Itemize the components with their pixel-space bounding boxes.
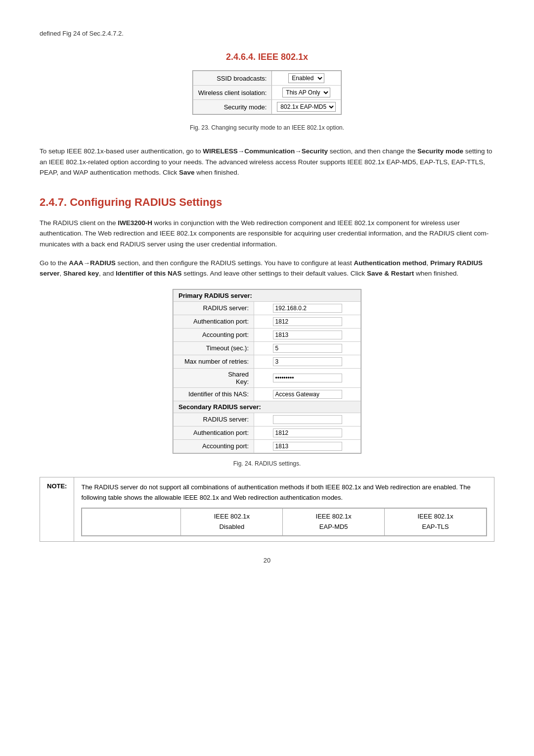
table-row: Accounting port: — [174, 328, 361, 341]
sec-acct-port-value — [254, 439, 361, 453]
table-row: Shared Key: — [174, 368, 361, 387]
sec-acct-port-label: Accounting port: — [174, 439, 254, 453]
timeout-label: Timeout (sec.): — [174, 341, 254, 355]
security-mode-label: Security mode: — [193, 100, 272, 114]
sec-auth-port-input[interactable] — [273, 428, 342, 437]
radius-section: 2.4.7. Configuring RADIUS Settings The R… — [40, 196, 494, 467]
sec-auth-port-value — [254, 426, 361, 439]
table-row: Accounting port: — [174, 439, 361, 453]
security-mode-value: 802.1x EAP-MD5 — [272, 100, 341, 114]
acct-port-value — [254, 328, 361, 341]
radius-server-value — [254, 301, 361, 315]
shared-key-label: Shared Key: — [174, 368, 254, 387]
radius-table-wrapper: Primary RADIUS server: RADIUS server: Au… — [40, 289, 494, 455]
note-sub-table: IEEE 802.1xDisabled IEEE 802.1xEAP-MD5 I… — [82, 508, 487, 536]
note-col-ieee-disabled: IEEE 802.1xDisabled — [181, 509, 283, 536]
primary-header-row: Primary RADIUS server: — [174, 289, 361, 301]
table-row: Authentication port: — [174, 315, 361, 328]
ieee-table-wrapper: SSID broadcasts: Enabled Disabled Wirele… — [192, 70, 342, 115]
ieee-heading: 2.4.6.4. IEEE 802.1x — [40, 52, 494, 62]
timeout-input[interactable] — [273, 344, 342, 353]
radius-server-input[interactable] — [273, 304, 342, 313]
isolation-value: This AP Only — [272, 86, 341, 100]
timeout-value — [254, 341, 361, 355]
note-col-ieee-eaptls: IEEE 802.1xEAP-TLS — [385, 509, 487, 536]
note-text: The RADIUS server do not support all com… — [81, 482, 487, 503]
sec-auth-port-label: Authentication port: — [174, 426, 254, 439]
ieee-body-text: To setup IEEE 802.1x-based user authenti… — [40, 146, 494, 178]
auth-port-label: Authentication port: — [174, 315, 254, 328]
note-col-ieee-eapmd5: IEEE 802.1xEAP-MD5 — [283, 509, 385, 536]
sec-radius-server-value — [254, 413, 361, 426]
note-label: NOTE: — [40, 477, 74, 541]
security-mode-select[interactable]: 802.1x EAP-MD5 — [277, 102, 336, 112]
sec-radius-server-label: RADIUS server: — [174, 413, 254, 426]
radius-settings-table: Primary RADIUS server: RADIUS server: Au… — [173, 289, 361, 454]
note-content: The RADIUS server do not support all com… — [74, 477, 494, 541]
radius-body-text-1: The RADIUS client on the IWE3200-H works… — [40, 218, 494, 250]
ieee-section: 2.4.6.4. IEEE 802.1x SSID broadcasts: En… — [40, 52, 494, 131]
table-row: SSID broadcasts: Enabled Disabled — [193, 71, 341, 86]
sec-acct-port-input[interactable] — [273, 442, 342, 451]
secondary-header-row: Secondary RADIUS server: — [174, 401, 361, 413]
retries-input[interactable] — [273, 357, 342, 366]
table-row: RADIUS server: — [174, 413, 361, 426]
isolation-label: Wireless client isolation: — [193, 86, 272, 100]
secondary-header: Secondary RADIUS server: — [174, 401, 361, 413]
acct-port-label: Accounting port: — [174, 328, 254, 341]
nas-id-value — [254, 387, 361, 401]
note-sub-table-wrapper: IEEE 802.1xDisabled IEEE 802.1xEAP-MD5 I… — [81, 508, 487, 536]
radius-fig-caption: Fig. 24. RADIUS settings. — [40, 460, 494, 467]
retries-value — [254, 355, 361, 368]
retries-label: Max number of retries: — [174, 355, 254, 368]
ssid-select[interactable]: Enabled Disabled — [288, 73, 324, 83]
shared-key-value — [254, 368, 361, 387]
shared-key-input[interactable] — [273, 374, 342, 382]
nas-id-input[interactable] — [273, 390, 342, 399]
ssid-label: SSID broadcasts: — [193, 71, 272, 86]
ieee-settings-table: SSID broadcasts: Enabled Disabled Wirele… — [193, 71, 342, 114]
table-row: Identifier of this NAS: — [174, 387, 361, 401]
ssid-value: Enabled Disabled — [272, 71, 341, 86]
note-box: NOTE: The RADIUS server do not support a… — [40, 477, 494, 542]
table-row: Timeout (sec.): — [174, 341, 361, 355]
table-row: Security mode: 802.1x EAP-MD5 — [193, 100, 341, 114]
table-row: RADIUS server: — [174, 301, 361, 315]
isolation-select[interactable]: This AP Only — [282, 88, 330, 97]
primary-header: Primary RADIUS server: — [174, 289, 361, 301]
radius-server-label: RADIUS server: — [174, 301, 254, 315]
table-row: Max number of retries: — [174, 355, 361, 368]
radius-body-text-2: Go to the AAA→RADIUS section, and then c… — [40, 258, 494, 279]
top-note: defined Fig 24 of Sec.2.4.7.2. — [40, 30, 494, 37]
table-row: Wireless client isolation: This AP Only — [193, 86, 341, 100]
radius-heading: 2.4.7. Configuring RADIUS Settings — [40, 196, 494, 209]
nas-id-label: Identifier of this NAS: — [174, 387, 254, 401]
page-number: 20 — [40, 557, 494, 564]
note-col-empty — [82, 509, 181, 536]
auth-port-value — [254, 315, 361, 328]
table-row: Authentication port: — [174, 426, 361, 439]
table-row: IEEE 802.1xDisabled IEEE 802.1xEAP-MD5 I… — [82, 509, 487, 536]
acct-port-input[interactable] — [273, 331, 342, 339]
sec-radius-server-input[interactable] — [273, 415, 342, 424]
ieee-fig-caption: Fig. 23. Changing security mode to an IE… — [40, 124, 494, 131]
auth-port-input[interactable] — [273, 317, 342, 326]
